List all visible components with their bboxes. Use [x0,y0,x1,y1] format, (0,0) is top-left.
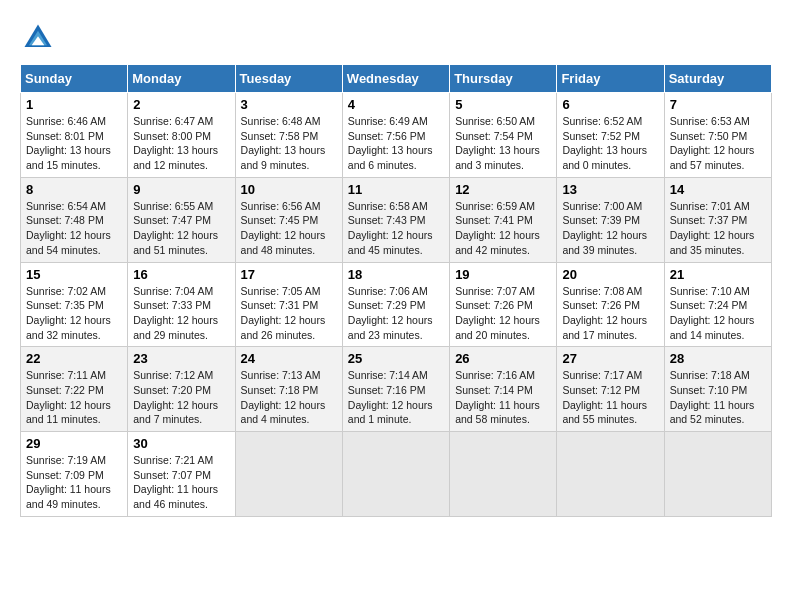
day-info: Sunrise: 6:52 AMSunset: 7:52 PMDaylight:… [562,114,658,173]
day-cell: 3Sunrise: 6:48 AMSunset: 7:58 PMDaylight… [235,93,342,178]
day-cell: 12Sunrise: 6:59 AMSunset: 7:41 PMDayligh… [450,177,557,262]
day-number: 24 [241,351,337,366]
column-header-thursday: Thursday [450,65,557,93]
day-cell: 23Sunrise: 7:12 AMSunset: 7:20 PMDayligh… [128,347,235,432]
day-cell: 5Sunrise: 6:50 AMSunset: 7:54 PMDaylight… [450,93,557,178]
day-number: 12 [455,182,551,197]
day-cell: 27Sunrise: 7:17 AMSunset: 7:12 PMDayligh… [557,347,664,432]
day-info: Sunrise: 7:01 AMSunset: 7:37 PMDaylight:… [670,199,766,258]
day-cell: 21Sunrise: 7:10 AMSunset: 7:24 PMDayligh… [664,262,771,347]
day-number: 14 [670,182,766,197]
day-cell: 25Sunrise: 7:14 AMSunset: 7:16 PMDayligh… [342,347,449,432]
day-cell: 22Sunrise: 7:11 AMSunset: 7:22 PMDayligh… [21,347,128,432]
day-info: Sunrise: 6:53 AMSunset: 7:50 PMDaylight:… [670,114,766,173]
day-info: Sunrise: 7:14 AMSunset: 7:16 PMDaylight:… [348,368,444,427]
day-number: 23 [133,351,229,366]
day-cell: 1Sunrise: 6:46 AMSunset: 8:01 PMDaylight… [21,93,128,178]
day-number: 18 [348,267,444,282]
day-number: 22 [26,351,122,366]
day-number: 29 [26,436,122,451]
day-number: 17 [241,267,337,282]
day-info: Sunrise: 6:47 AMSunset: 8:00 PMDaylight:… [133,114,229,173]
logo [20,20,62,56]
week-row-5: 29Sunrise: 7:19 AMSunset: 7:09 PMDayligh… [21,432,772,517]
day-number: 21 [670,267,766,282]
day-number: 27 [562,351,658,366]
column-header-monday: Monday [128,65,235,93]
day-cell: 28Sunrise: 7:18 AMSunset: 7:10 PMDayligh… [664,347,771,432]
day-info: Sunrise: 6:58 AMSunset: 7:43 PMDaylight:… [348,199,444,258]
day-info: Sunrise: 7:08 AMSunset: 7:26 PMDaylight:… [562,284,658,343]
day-number: 30 [133,436,229,451]
day-cell [342,432,449,517]
day-cell: 9Sunrise: 6:55 AMSunset: 7:47 PMDaylight… [128,177,235,262]
page-header [20,20,772,56]
week-row-3: 15Sunrise: 7:02 AMSunset: 7:35 PMDayligh… [21,262,772,347]
day-info: Sunrise: 6:49 AMSunset: 7:56 PMDaylight:… [348,114,444,173]
column-header-tuesday: Tuesday [235,65,342,93]
day-number: 9 [133,182,229,197]
calendar-header: SundayMondayTuesdayWednesdayThursdayFrid… [21,65,772,93]
week-row-1: 1Sunrise: 6:46 AMSunset: 8:01 PMDaylight… [21,93,772,178]
day-info: Sunrise: 7:12 AMSunset: 7:20 PMDaylight:… [133,368,229,427]
day-cell: 15Sunrise: 7:02 AMSunset: 7:35 PMDayligh… [21,262,128,347]
day-cell [664,432,771,517]
day-cell: 6Sunrise: 6:52 AMSunset: 7:52 PMDaylight… [557,93,664,178]
day-cell: 11Sunrise: 6:58 AMSunset: 7:43 PMDayligh… [342,177,449,262]
day-cell: 13Sunrise: 7:00 AMSunset: 7:39 PMDayligh… [557,177,664,262]
day-number: 3 [241,97,337,112]
day-cell: 16Sunrise: 7:04 AMSunset: 7:33 PMDayligh… [128,262,235,347]
day-cell: 4Sunrise: 6:49 AMSunset: 7:56 PMDaylight… [342,93,449,178]
day-number: 15 [26,267,122,282]
day-number: 1 [26,97,122,112]
day-info: Sunrise: 6:48 AMSunset: 7:58 PMDaylight:… [241,114,337,173]
day-number: 10 [241,182,337,197]
day-cell: 17Sunrise: 7:05 AMSunset: 7:31 PMDayligh… [235,262,342,347]
day-number: 26 [455,351,551,366]
day-cell: 10Sunrise: 6:56 AMSunset: 7:45 PMDayligh… [235,177,342,262]
day-info: Sunrise: 6:50 AMSunset: 7:54 PMDaylight:… [455,114,551,173]
day-info: Sunrise: 7:17 AMSunset: 7:12 PMDaylight:… [562,368,658,427]
column-header-wednesday: Wednesday [342,65,449,93]
header-row: SundayMondayTuesdayWednesdayThursdayFrid… [21,65,772,93]
day-number: 7 [670,97,766,112]
day-number: 5 [455,97,551,112]
day-number: 20 [562,267,658,282]
day-number: 28 [670,351,766,366]
day-info: Sunrise: 6:56 AMSunset: 7:45 PMDaylight:… [241,199,337,258]
day-info: Sunrise: 7:00 AMSunset: 7:39 PMDaylight:… [562,199,658,258]
week-row-2: 8Sunrise: 6:54 AMSunset: 7:48 PMDaylight… [21,177,772,262]
day-info: Sunrise: 6:55 AMSunset: 7:47 PMDaylight:… [133,199,229,258]
column-header-sunday: Sunday [21,65,128,93]
day-info: Sunrise: 7:11 AMSunset: 7:22 PMDaylight:… [26,368,122,427]
day-cell: 14Sunrise: 7:01 AMSunset: 7:37 PMDayligh… [664,177,771,262]
day-cell: 7Sunrise: 6:53 AMSunset: 7:50 PMDaylight… [664,93,771,178]
day-info: Sunrise: 7:07 AMSunset: 7:26 PMDaylight:… [455,284,551,343]
day-number: 2 [133,97,229,112]
day-info: Sunrise: 6:46 AMSunset: 8:01 PMDaylight:… [26,114,122,173]
day-number: 8 [26,182,122,197]
week-row-4: 22Sunrise: 7:11 AMSunset: 7:22 PMDayligh… [21,347,772,432]
day-cell [235,432,342,517]
calendar-body: 1Sunrise: 6:46 AMSunset: 8:01 PMDaylight… [21,93,772,517]
day-cell [450,432,557,517]
day-number: 4 [348,97,444,112]
day-cell: 30Sunrise: 7:21 AMSunset: 7:07 PMDayligh… [128,432,235,517]
day-number: 6 [562,97,658,112]
day-cell: 29Sunrise: 7:19 AMSunset: 7:09 PMDayligh… [21,432,128,517]
day-number: 11 [348,182,444,197]
logo-icon [20,20,56,56]
day-info: Sunrise: 7:02 AMSunset: 7:35 PMDaylight:… [26,284,122,343]
day-info: Sunrise: 7:21 AMSunset: 7:07 PMDaylight:… [133,453,229,512]
day-info: Sunrise: 7:18 AMSunset: 7:10 PMDaylight:… [670,368,766,427]
day-cell: 18Sunrise: 7:06 AMSunset: 7:29 PMDayligh… [342,262,449,347]
day-number: 19 [455,267,551,282]
day-cell: 19Sunrise: 7:07 AMSunset: 7:26 PMDayligh… [450,262,557,347]
day-number: 13 [562,182,658,197]
day-cell: 20Sunrise: 7:08 AMSunset: 7:26 PMDayligh… [557,262,664,347]
column-header-friday: Friday [557,65,664,93]
day-info: Sunrise: 7:06 AMSunset: 7:29 PMDaylight:… [348,284,444,343]
day-info: Sunrise: 7:16 AMSunset: 7:14 PMDaylight:… [455,368,551,427]
day-cell: 26Sunrise: 7:16 AMSunset: 7:14 PMDayligh… [450,347,557,432]
day-info: Sunrise: 6:54 AMSunset: 7:48 PMDaylight:… [26,199,122,258]
